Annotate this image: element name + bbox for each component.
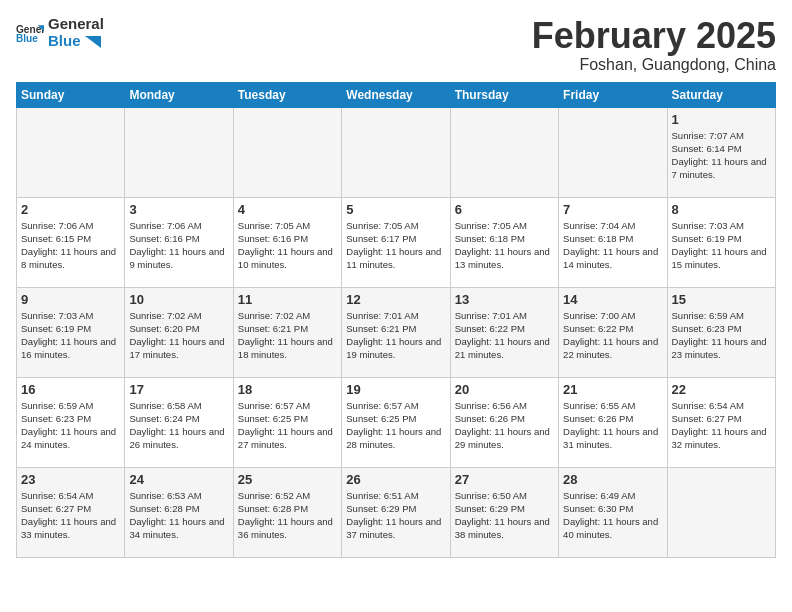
- day-number: 12: [346, 292, 445, 307]
- weekday-header-sunday: Sunday: [17, 82, 125, 107]
- day-info: Sunrise: 6:57 AM Sunset: 6:25 PM Dayligh…: [238, 399, 337, 452]
- day-info: Sunrise: 7:01 AM Sunset: 6:22 PM Dayligh…: [455, 309, 554, 362]
- week-row-5: 23Sunrise: 6:54 AM Sunset: 6:27 PM Dayli…: [17, 467, 776, 557]
- day-number: 10: [129, 292, 228, 307]
- day-cell: 6Sunrise: 7:05 AM Sunset: 6:18 PM Daylig…: [450, 197, 558, 287]
- day-number: 20: [455, 382, 554, 397]
- day-info: Sunrise: 6:54 AM Sunset: 6:27 PM Dayligh…: [672, 399, 771, 452]
- day-number: 2: [21, 202, 120, 217]
- logo-icon: General Blue: [16, 22, 44, 44]
- day-cell: 18Sunrise: 6:57 AM Sunset: 6:25 PM Dayli…: [233, 377, 341, 467]
- day-number: 27: [455, 472, 554, 487]
- weekday-header-thursday: Thursday: [450, 82, 558, 107]
- weekday-header-wednesday: Wednesday: [342, 82, 450, 107]
- day-cell: 10Sunrise: 7:02 AM Sunset: 6:20 PM Dayli…: [125, 287, 233, 377]
- day-cell: 21Sunrise: 6:55 AM Sunset: 6:26 PM Dayli…: [559, 377, 667, 467]
- day-cell: 15Sunrise: 6:59 AM Sunset: 6:23 PM Dayli…: [667, 287, 775, 377]
- day-number: 22: [672, 382, 771, 397]
- logo-blue-text: Blue: [48, 33, 104, 50]
- day-info: Sunrise: 6:52 AM Sunset: 6:28 PM Dayligh…: [238, 489, 337, 542]
- day-cell: 9Sunrise: 7:03 AM Sunset: 6:19 PM Daylig…: [17, 287, 125, 377]
- day-cell: [125, 107, 233, 197]
- day-info: Sunrise: 7:05 AM Sunset: 6:17 PM Dayligh…: [346, 219, 445, 272]
- day-cell: [667, 467, 775, 557]
- week-row-4: 16Sunrise: 6:59 AM Sunset: 6:23 PM Dayli…: [17, 377, 776, 467]
- day-info: Sunrise: 6:49 AM Sunset: 6:30 PM Dayligh…: [563, 489, 662, 542]
- day-info: Sunrise: 7:00 AM Sunset: 6:22 PM Dayligh…: [563, 309, 662, 362]
- day-number: 3: [129, 202, 228, 217]
- day-number: 18: [238, 382, 337, 397]
- day-number: 5: [346, 202, 445, 217]
- day-number: 19: [346, 382, 445, 397]
- day-cell: 28Sunrise: 6:49 AM Sunset: 6:30 PM Dayli…: [559, 467, 667, 557]
- day-info: Sunrise: 6:53 AM Sunset: 6:28 PM Dayligh…: [129, 489, 228, 542]
- day-number: 23: [21, 472, 120, 487]
- day-number: 26: [346, 472, 445, 487]
- day-info: Sunrise: 6:51 AM Sunset: 6:29 PM Dayligh…: [346, 489, 445, 542]
- day-cell: 22Sunrise: 6:54 AM Sunset: 6:27 PM Dayli…: [667, 377, 775, 467]
- day-cell: 8Sunrise: 7:03 AM Sunset: 6:19 PM Daylig…: [667, 197, 775, 287]
- weekday-header-saturday: Saturday: [667, 82, 775, 107]
- day-cell: 23Sunrise: 6:54 AM Sunset: 6:27 PM Dayli…: [17, 467, 125, 557]
- day-info: Sunrise: 6:57 AM Sunset: 6:25 PM Dayligh…: [346, 399, 445, 452]
- svg-marker-3: [85, 36, 101, 48]
- day-info: Sunrise: 6:59 AM Sunset: 6:23 PM Dayligh…: [21, 399, 120, 452]
- day-info: Sunrise: 7:01 AM Sunset: 6:21 PM Dayligh…: [346, 309, 445, 362]
- day-number: 4: [238, 202, 337, 217]
- day-number: 15: [672, 292, 771, 307]
- day-number: 13: [455, 292, 554, 307]
- day-info: Sunrise: 7:03 AM Sunset: 6:19 PM Dayligh…: [672, 219, 771, 272]
- day-info: Sunrise: 7:04 AM Sunset: 6:18 PM Dayligh…: [563, 219, 662, 272]
- day-cell: 11Sunrise: 7:02 AM Sunset: 6:21 PM Dayli…: [233, 287, 341, 377]
- day-cell: 3Sunrise: 7:06 AM Sunset: 6:16 PM Daylig…: [125, 197, 233, 287]
- day-cell: 12Sunrise: 7:01 AM Sunset: 6:21 PM Dayli…: [342, 287, 450, 377]
- svg-text:Blue: Blue: [16, 33, 38, 44]
- day-info: Sunrise: 7:06 AM Sunset: 6:15 PM Dayligh…: [21, 219, 120, 272]
- day-info: Sunrise: 6:59 AM Sunset: 6:23 PM Dayligh…: [672, 309, 771, 362]
- day-cell: 19Sunrise: 6:57 AM Sunset: 6:25 PM Dayli…: [342, 377, 450, 467]
- header: General Blue General Blue February 2025 …: [16, 16, 776, 74]
- day-info: Sunrise: 7:05 AM Sunset: 6:18 PM Dayligh…: [455, 219, 554, 272]
- day-info: Sunrise: 7:05 AM Sunset: 6:16 PM Dayligh…: [238, 219, 337, 272]
- day-number: 21: [563, 382, 662, 397]
- day-cell: 26Sunrise: 6:51 AM Sunset: 6:29 PM Dayli…: [342, 467, 450, 557]
- day-number: 9: [21, 292, 120, 307]
- day-cell: [342, 107, 450, 197]
- day-info: Sunrise: 7:07 AM Sunset: 6:14 PM Dayligh…: [672, 129, 771, 182]
- weekday-header-monday: Monday: [125, 82, 233, 107]
- day-number: 14: [563, 292, 662, 307]
- day-number: 11: [238, 292, 337, 307]
- calendar-header: SundayMondayTuesdayWednesdayThursdayFrid…: [17, 82, 776, 107]
- day-cell: 4Sunrise: 7:05 AM Sunset: 6:16 PM Daylig…: [233, 197, 341, 287]
- day-cell: 7Sunrise: 7:04 AM Sunset: 6:18 PM Daylig…: [559, 197, 667, 287]
- day-number: 25: [238, 472, 337, 487]
- day-number: 28: [563, 472, 662, 487]
- week-row-1: 1Sunrise: 7:07 AM Sunset: 6:14 PM Daylig…: [17, 107, 776, 197]
- day-cell: 20Sunrise: 6:56 AM Sunset: 6:26 PM Dayli…: [450, 377, 558, 467]
- day-number: 1: [672, 112, 771, 127]
- day-number: 24: [129, 472, 228, 487]
- weekday-row: SundayMondayTuesdayWednesdayThursdayFrid…: [17, 82, 776, 107]
- day-info: Sunrise: 6:58 AM Sunset: 6:24 PM Dayligh…: [129, 399, 228, 452]
- day-info: Sunrise: 7:06 AM Sunset: 6:16 PM Dayligh…: [129, 219, 228, 272]
- week-row-3: 9Sunrise: 7:03 AM Sunset: 6:19 PM Daylig…: [17, 287, 776, 377]
- day-cell: 1Sunrise: 7:07 AM Sunset: 6:14 PM Daylig…: [667, 107, 775, 197]
- logo-general-text: General: [48, 16, 104, 33]
- day-info: Sunrise: 6:50 AM Sunset: 6:29 PM Dayligh…: [455, 489, 554, 542]
- day-info: Sunrise: 6:54 AM Sunset: 6:27 PM Dayligh…: [21, 489, 120, 542]
- day-number: 6: [455, 202, 554, 217]
- day-cell: [17, 107, 125, 197]
- week-row-2: 2Sunrise: 7:06 AM Sunset: 6:15 PM Daylig…: [17, 197, 776, 287]
- day-number: 16: [21, 382, 120, 397]
- calendar-body: 1Sunrise: 7:07 AM Sunset: 6:14 PM Daylig…: [17, 107, 776, 557]
- day-cell: 17Sunrise: 6:58 AM Sunset: 6:24 PM Dayli…: [125, 377, 233, 467]
- logo-arrow: [85, 36, 101, 48]
- day-info: Sunrise: 7:02 AM Sunset: 6:20 PM Dayligh…: [129, 309, 228, 362]
- day-cell: [233, 107, 341, 197]
- day-cell: 13Sunrise: 7:01 AM Sunset: 6:22 PM Dayli…: [450, 287, 558, 377]
- calendar-table: SundayMondayTuesdayWednesdayThursdayFrid…: [16, 82, 776, 558]
- day-cell: [450, 107, 558, 197]
- calendar-subtitle: Foshan, Guangdong, China: [532, 56, 776, 74]
- day-number: 8: [672, 202, 771, 217]
- day-cell: 5Sunrise: 7:05 AM Sunset: 6:17 PM Daylig…: [342, 197, 450, 287]
